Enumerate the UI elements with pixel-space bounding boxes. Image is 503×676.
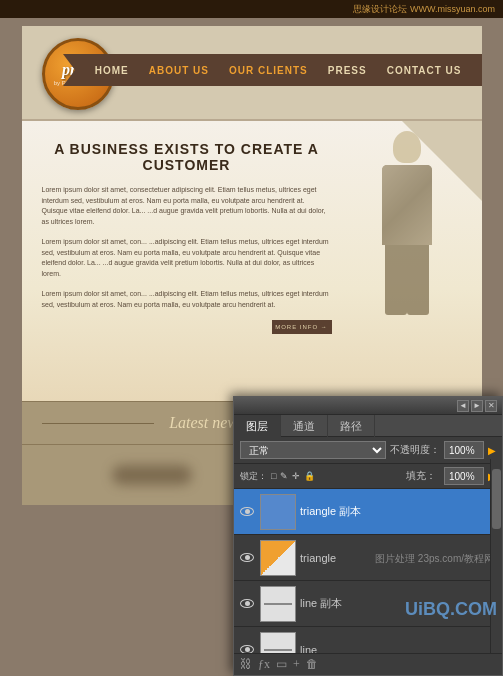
ps-fx-icon[interactable]: ƒx	[258, 657, 270, 672]
top-bar: 思缘设计论坛 WWW.missyuan.com	[0, 0, 503, 18]
content-headline: A BUSINESS EXISTS TO CREATE A CUSTOMER	[42, 141, 332, 173]
ps-layer-2-visibility[interactable]	[238, 595, 256, 613]
site-main: A BUSINESS EXISTS TO CREATE A CUSTOMER L…	[22, 121, 482, 401]
content-para-3: Lorem ipsum dolor sit amet, con... ...ad…	[42, 289, 332, 310]
thumb-line-inner-3	[264, 649, 291, 651]
eye-icon-0	[240, 507, 254, 516]
ps-layer-2-name: line 副本	[300, 596, 498, 611]
ps-bottombar: ⛓ ƒx ▭ + 🗑	[234, 653, 502, 675]
content-right	[342, 141, 462, 381]
ps-link-icon[interactable]: ⛓	[240, 657, 252, 672]
eye-pupil-1	[245, 555, 250, 560]
ps-layer-0[interactable]: triangle 副本	[234, 489, 502, 535]
site-header: prlio by PSD Files.com HOME ABOUT US OUR…	[22, 26, 482, 121]
ps-opacity-input[interactable]	[444, 441, 484, 459]
more-info-button[interactable]: MORE INFO →	[272, 320, 332, 334]
thumb-triangle-orange-1	[261, 541, 295, 575]
ps-layer-2[interactable]: line 副本	[234, 581, 502, 627]
ps-delete-icon[interactable]: 🗑	[306, 657, 318, 672]
eye-icon-2	[240, 599, 254, 608]
man-body	[382, 165, 432, 245]
nav-bar: HOME ABOUT US OUR CLIENTS PRESS CONTACT …	[75, 54, 482, 86]
man-head	[393, 131, 421, 163]
ps-fill-input[interactable]	[444, 467, 484, 485]
ps-panel: ◄ ► ✕ 图层 通道 路径 正常 不透明度： ▶ 锁定： □ ✎ ✛ 🔒 填充…	[233, 396, 503, 676]
ps-lock-transparent-icon[interactable]: □	[271, 471, 276, 481]
ps-blend-row: 正常 不透明度： ▶	[234, 437, 502, 464]
ps-layer-1[interactable]: triangle 图片处理 23ps.com/教程网	[234, 535, 502, 581]
ps-new-layer-icon[interactable]: +	[293, 657, 300, 672]
nav-item-contact[interactable]: CONTACT US	[377, 65, 472, 76]
content-para-2: Lorem ipsum dolor sit amet, con... ...ad…	[42, 237, 332, 279]
blog-divider-left	[42, 423, 155, 424]
ps-scrollbar-thumb[interactable]	[492, 469, 501, 529]
nav-item-clients[interactable]: OUR CLIENTS	[219, 65, 318, 76]
thumb-line-2	[261, 587, 295, 621]
eye-pupil-2	[245, 601, 250, 606]
content-left: A BUSINESS EXISTS TO CREATE A CUSTOMER L…	[42, 141, 342, 381]
eye-icon-1	[240, 553, 254, 562]
blur-shape-1	[112, 465, 192, 485]
ps-lock-label: 锁定：	[240, 470, 267, 483]
ps-lock-paint-icon[interactable]: ✎	[280, 471, 288, 481]
man-leg-left	[385, 245, 407, 315]
ps-layer-2-thumb	[260, 586, 296, 622]
ps-layer-1-visibility[interactable]	[238, 549, 256, 567]
ps-opacity-label: 不透明度：	[390, 443, 440, 457]
ps-layer-0-name: triangle 副本	[300, 504, 498, 519]
ps-blend-mode-select[interactable]: 正常	[240, 441, 386, 459]
nav-item-press[interactable]: PRESS	[318, 65, 377, 76]
ps-lock-all-icon[interactable]: 🔒	[304, 471, 315, 481]
man-suit	[382, 165, 432, 245]
ps-opacity-arrow[interactable]: ▶	[488, 445, 496, 456]
top-bar-text: 思缘设计论坛 WWW.missyuan.com	[353, 3, 495, 16]
ps-tab-layers[interactable]: 图层	[234, 415, 281, 437]
ps-lock-position-icon[interactable]: ✛	[292, 471, 300, 481]
content-para-1: Lorem ipsum dolor sit amet, consectetuer…	[42, 185, 332, 227]
ps-layer-0-thumb	[260, 494, 296, 530]
ps-collapse-button[interactable]: ◄	[457, 400, 469, 412]
ps-expand-button[interactable]: ►	[471, 400, 483, 412]
man-figure	[357, 131, 457, 371]
man-leg-right	[407, 245, 429, 315]
ps-lock-row: 锁定： □ ✎ ✛ 🔒 填充： ▶	[234, 464, 502, 489]
thumb-line-inner-2	[264, 603, 291, 605]
ps-scrollbar[interactable]	[490, 459, 502, 653]
ps-titlebar: ◄ ► ✕	[234, 397, 502, 415]
thumb-triangle-blue-0	[261, 495, 295, 529]
ps-layers-list: triangle 副本 triangle 图片处理 23ps.com/教程网	[234, 489, 502, 673]
ps-fill-label: 填充：	[406, 469, 436, 483]
ps-title-buttons: ◄ ► ✕	[457, 400, 497, 412]
ps-new-group-icon[interactable]: ▭	[276, 657, 287, 672]
nav-item-home[interactable]: HOME	[85, 65, 139, 76]
eye-pupil-0	[245, 509, 250, 514]
nav-item-about[interactable]: ABOUT US	[139, 65, 219, 76]
ps-img-processing-label: 图片处理 23ps.com/教程网	[375, 551, 494, 564]
ps-tab-channels[interactable]: 通道	[281, 415, 328, 437]
ps-close-button[interactable]: ✕	[485, 400, 497, 412]
nav-ribbon-left	[63, 54, 75, 86]
ps-tabs: 图层 通道 路径	[234, 415, 502, 437]
ps-layer-0-visibility[interactable]	[238, 503, 256, 521]
eye-pupil-3	[245, 647, 250, 652]
ps-tab-paths[interactable]: 路径	[328, 415, 375, 437]
ps-layer-1-thumb	[260, 540, 296, 576]
